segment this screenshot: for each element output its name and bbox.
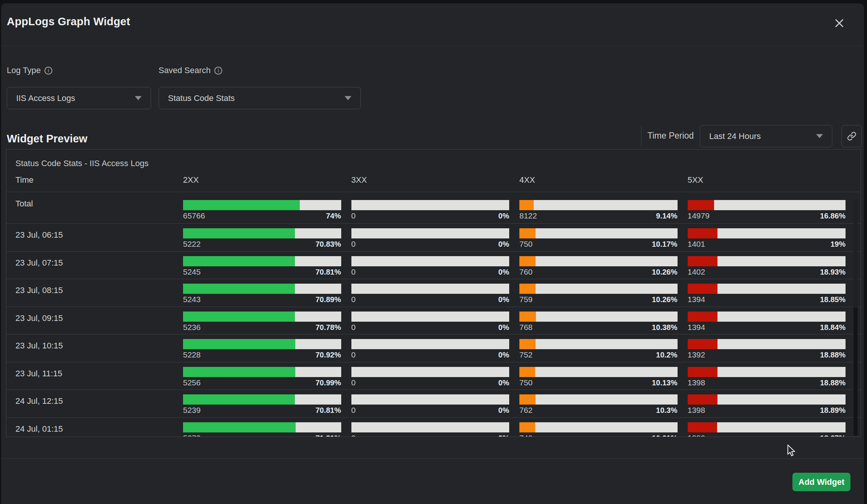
stat-value: 768 [519, 323, 533, 332]
row-time-label: 23 Jul, 06:15 [15, 224, 173, 247]
add-widget-button[interactable]: Add Widget [792, 473, 850, 491]
bar-meta: 6576674% [183, 211, 341, 220]
footer-divider [1, 458, 864, 459]
saved-search-dropdown[interactable]: Status Code Stats [159, 87, 361, 109]
bar-track [519, 312, 678, 322]
bar-meta: 76010.26% [519, 267, 678, 276]
stat-cell-2xx: 523970.81% [183, 394, 341, 417]
bar-track [688, 367, 846, 377]
stat-percent: 0% [498, 268, 509, 276]
bar-meta: 525670.99% [183, 378, 341, 387]
bar-fill [183, 200, 300, 210]
saved-search-info-icon[interactable]: i [214, 67, 222, 75]
stat-percent: 0% [498, 406, 509, 415]
time-period-value: Last 24 Hours [709, 131, 761, 141]
bar-meta: 00% [351, 240, 510, 249]
bar-track [688, 312, 846, 322]
table-row: 24 Jul, 01:15527271.21%00%74010.01%13801… [6, 418, 861, 437]
log-type-info-icon[interactable]: i [44, 67, 52, 75]
bar-fill [688, 228, 718, 238]
bar-meta: 139418.84% [688, 323, 846, 332]
stat-cell-4xx: 75210.2% [519, 339, 678, 362]
stat-value: 5245 [183, 267, 201, 276]
bar-track [351, 200, 510, 210]
bar-fill [183, 422, 296, 432]
time-period-dropdown[interactable]: Last 24 Hours [700, 125, 832, 147]
stat-cell-5xx: 140119% [688, 228, 846, 251]
bar-fill [519, 339, 536, 349]
stat-value: 1398 [688, 406, 705, 415]
bar-track [351, 339, 510, 349]
table-row: Total6576674%00%81229.14%1497916.86% [6, 192, 861, 224]
stat-value: 1398 [688, 378, 705, 387]
stat-cell-4xx: 75010.17% [519, 228, 678, 251]
bar-meta: 76210.3% [519, 406, 678, 415]
bar-fill [519, 256, 536, 266]
bar-meta: 75010.17% [519, 240, 678, 249]
stat-percent: 9.14% [656, 212, 678, 220]
stat-percent: 0% [498, 434, 509, 437]
bar-meta: 75210.2% [519, 350, 678, 359]
bar-track [351, 228, 510, 238]
stat-value: 14979 [688, 211, 710, 220]
link-icon [847, 131, 856, 141]
bar-track [351, 256, 510, 266]
stat-cell-5xx: 140218.93% [688, 256, 846, 279]
bar-track [351, 312, 510, 322]
stat-value: 5228 [183, 350, 201, 359]
bar-meta: 523670.78% [183, 323, 341, 332]
stat-cell-2xx: 524570.81% [183, 256, 341, 279]
saved-search-label: Saved Search i [159, 66, 222, 75]
stat-cell-3xx: 00% [351, 284, 510, 307]
stat-cell-4xx: 75910.26% [519, 284, 678, 307]
bar-meta: 81229.14% [519, 211, 678, 220]
bar-track [183, 422, 341, 432]
bar-track [688, 284, 846, 294]
bar-meta: 00% [351, 406, 510, 415]
widget-table-title: Status Code Stats - IIS Access Logs [6, 150, 861, 168]
stat-percent: 18.88% [820, 351, 846, 359]
bar-track [688, 228, 846, 238]
bar-track [183, 228, 341, 238]
log-type-dropdown[interactable]: IIS Access Logs [7, 87, 151, 109]
bar-fill [519, 367, 535, 377]
bar-fill [688, 284, 717, 294]
stat-cell-5xx: 139818.89% [688, 394, 846, 417]
stat-percent: 18.84% [820, 323, 846, 332]
stat-cell-2xx: 523670.78% [183, 312, 341, 334]
table-body: Total6576674%00%81229.14%1497916.86%23 J… [6, 192, 861, 437]
bar-fill [183, 394, 295, 405]
stat-cell-5xx: 1497916.86% [688, 200, 846, 223]
bar-fill [688, 422, 717, 432]
bar-track [519, 228, 678, 238]
bar-track [351, 284, 510, 294]
stat-value: 5256 [183, 378, 201, 387]
table-scrollbar[interactable] [853, 199, 858, 436]
scrollbar-thumb[interactable] [853, 199, 858, 308]
bar-track [519, 339, 678, 349]
table-row: 23 Jul, 07:15524570.81%00%76010.26%14021… [6, 252, 861, 279]
bar-track [351, 394, 510, 405]
close-button[interactable] [831, 15, 847, 31]
column-header-time: Time [15, 175, 173, 185]
chevron-down-icon [345, 96, 351, 100]
bar-track [351, 422, 510, 432]
stat-cell-5xx: 139418.84% [688, 312, 846, 334]
stat-percent: 70.78% [316, 323, 341, 332]
stat-percent: 10.38% [652, 323, 678, 332]
column-header-4xx: 4XX [519, 175, 678, 185]
copy-link-button[interactable] [841, 125, 862, 147]
bar-track [519, 367, 678, 377]
bar-fill [183, 339, 295, 349]
bar-fill [688, 200, 714, 210]
stat-cell-4xx: 76210.3% [519, 394, 678, 417]
table-row: 23 Jul, 10:15522870.92%00%75210.2%139218… [6, 334, 861, 362]
bar-meta: 00% [351, 350, 510, 359]
stat-percent: 10.17% [652, 240, 678, 249]
stat-cell-4xx: 76010.26% [519, 256, 678, 279]
bar-meta: 75910.26% [519, 295, 678, 304]
stat-cell-3xx: 00% [351, 228, 510, 251]
bar-meta: 75010.13% [519, 378, 678, 387]
saved-search-label-text: Saved Search [159, 66, 211, 75]
stat-percent: 74% [326, 212, 341, 220]
